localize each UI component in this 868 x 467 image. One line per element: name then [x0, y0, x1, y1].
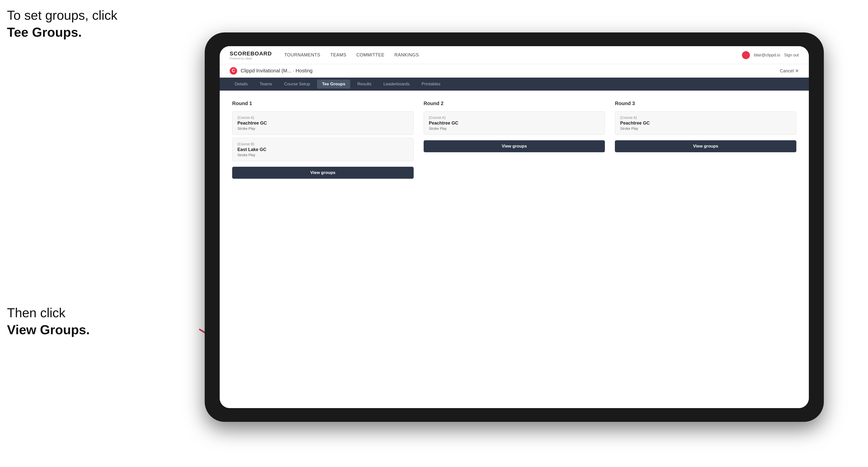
nav-teams[interactable]: TEAMS [330, 53, 346, 58]
instruction-top-line1: To set groups, click [7, 8, 117, 23]
user-email: blair@clippd.io [754, 53, 780, 57]
user-avatar [742, 51, 750, 59]
tab-teams[interactable]: Teams [255, 80, 277, 89]
logo-sub: Powered by clippit [230, 57, 272, 60]
view-groups-button-round-2[interactable]: View groups [424, 140, 605, 152]
rounds-container: Round 1 (Course A) Peachtree GC Stroke P… [232, 101, 796, 179]
round-1-course-a-name: Peachtree GC [238, 121, 408, 126]
sub-nav: Details Teams Course Setup Tee Groups Re… [220, 77, 809, 91]
view-groups-button-round-3[interactable]: View groups [615, 140, 796, 152]
tab-details[interactable]: Details [230, 80, 253, 89]
round-1-course-a-card: (Course A) Peachtree GC Stroke Play [232, 111, 414, 135]
sign-out-link[interactable]: Sign out [784, 53, 799, 57]
nav-links: TOURNAMENTS TEAMS COMMITTEE RANKINGS [284, 53, 742, 58]
nav-committee[interactable]: COMMITTEE [356, 53, 385, 58]
round-3-course-a-name: Peachtree GC [620, 121, 791, 126]
tablet-screen: SCOREBOARD Powered by clippit TOURNAMENT… [220, 46, 809, 408]
view-groups-button-round-1[interactable]: View groups [232, 167, 414, 179]
round-1-column: Round 1 (Course A) Peachtree GC Stroke P… [232, 101, 414, 179]
round-1-course-b-name: East Lake GC [238, 147, 408, 152]
tab-tee-groups[interactable]: Tee Groups [317, 80, 350, 89]
nav-tournaments[interactable]: TOURNAMENTS [284, 53, 320, 58]
round-2-course-a-type: Stroke Play [429, 127, 600, 130]
round-2-title: Round 2 [424, 101, 605, 106]
round-2-course-a-label: (Course A) [429, 116, 600, 120]
instruction-bottom: Then click View Groups. [7, 305, 90, 338]
top-nav: SCOREBOARD Powered by clippit TOURNAMENT… [220, 46, 809, 64]
tournament-bar: C Clippd Invitational (M... · Hosting Ca… [220, 64, 809, 77]
tab-results[interactable]: Results [352, 80, 376, 89]
round-3-column: Round 3 (Course A) Peachtree GC Stroke P… [615, 101, 796, 179]
round-2-course-a-card: (Course A) Peachtree GC Stroke Play [424, 111, 605, 135]
round-2-course-a-name: Peachtree GC [429, 121, 600, 126]
logo-area: SCOREBOARD Powered by clippit [230, 51, 272, 60]
tournament-logo: C [230, 67, 237, 74]
main-content: Round 1 (Course A) Peachtree GC Stroke P… [220, 91, 809, 408]
tab-printables[interactable]: Printables [417, 80, 445, 89]
round-1-course-b-label: (Course B) [238, 142, 408, 146]
round-2-column: Round 2 (Course A) Peachtree GC Stroke P… [424, 101, 605, 179]
round-1-course-b-card: (Course B) East Lake GC Stroke Play [232, 138, 414, 161]
cancel-button[interactable]: Cancel ✕ [780, 68, 799, 74]
tab-course-setup[interactable]: Course Setup [279, 80, 315, 89]
instruction-bottom-line1: Then click [7, 306, 65, 320]
instruction-top: To set groups, click Tee Groups. [7, 7, 117, 41]
tournament-name: Clippd Invitational (M... · Hosting [241, 68, 780, 74]
instruction-top-bold: Tee Groups. [7, 25, 82, 39]
round-1-course-a-label: (Course A) [238, 116, 408, 120]
round-3-course-a-card: (Course A) Peachtree GC Stroke Play [615, 111, 796, 135]
round-3-title: Round 3 [615, 101, 796, 106]
round-3-course-a-label: (Course A) [620, 116, 791, 120]
logo-main: SCOREBOARD [230, 51, 272, 57]
tab-leaderboards[interactable]: Leaderboards [378, 80, 415, 89]
instruction-bottom-bold: View Groups. [7, 322, 90, 337]
round-1-title: Round 1 [232, 101, 414, 106]
round-1-course-a-type: Stroke Play [238, 127, 408, 130]
tablet-device: SCOREBOARD Powered by clippit TOURNAMENT… [205, 32, 824, 422]
nav-right: blair@clippd.io Sign out [742, 51, 799, 59]
logo-text: SCOREBOARD [230, 51, 272, 57]
round-1-course-b-type: Stroke Play [238, 153, 408, 157]
round-3-course-a-type: Stroke Play [620, 127, 791, 130]
nav-rankings[interactable]: RANKINGS [395, 53, 419, 58]
